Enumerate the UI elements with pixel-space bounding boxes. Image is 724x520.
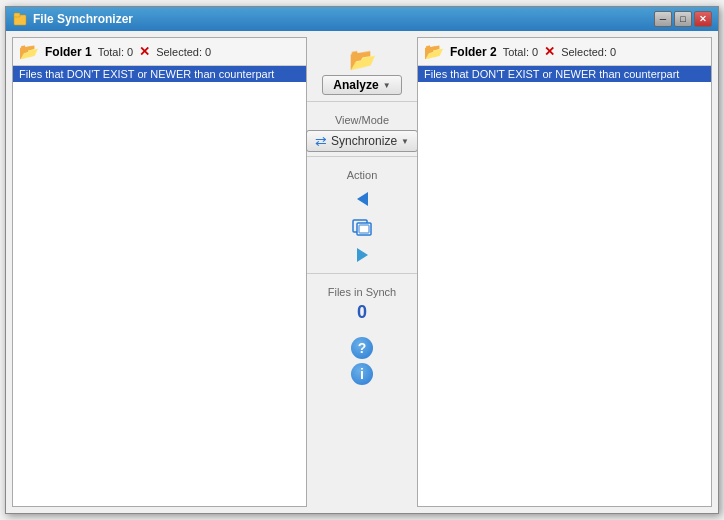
content-area: 📂 Folder 1 Total: 0 ✕ Selected: 0 Files … (6, 31, 718, 513)
right-folder-label[interactable]: Folder 2 (450, 45, 497, 59)
files-synch-label: Files in Synch (307, 286, 417, 298)
help-button[interactable]: ? (351, 337, 373, 359)
left-folder-label[interactable]: Folder 1 (45, 45, 92, 59)
analyze-button[interactable]: Analyze ▼ (322, 75, 401, 95)
left-selected-count: Selected: 0 (156, 46, 211, 58)
copy-left-button[interactable] (348, 187, 376, 211)
app-icon (12, 11, 28, 27)
right-filter-bar: Files that DON'T EXIST or NEWER than cou… (418, 66, 711, 82)
left-folder-icon: 📂 (19, 42, 39, 61)
left-panel: 📂 Folder 1 Total: 0 ✕ Selected: 0 Files … (12, 37, 307, 507)
copy-both-button[interactable] (348, 215, 376, 239)
synchronize-button[interactable]: ⇄ Synchronize ▼ (306, 130, 418, 152)
right-clear-button[interactable]: ✕ (544, 44, 555, 59)
view-mode-label: View/Mode (307, 114, 417, 126)
title-bar-left: File Synchronizer (12, 11, 133, 27)
right-panel: 📂 Folder 2 Total: 0 ✕ Selected: 0 Files … (417, 37, 712, 507)
svg-rect-1 (14, 13, 20, 17)
main-window: File Synchronizer ─ □ ✕ 📂 Folder 1 Total… (5, 6, 719, 514)
synchronize-icon: ⇄ (315, 133, 327, 149)
copy-right-button[interactable] (348, 243, 376, 267)
maximize-button[interactable]: □ (674, 11, 692, 27)
minimize-button[interactable]: ─ (654, 11, 672, 27)
window-title: File Synchronizer (33, 12, 133, 26)
title-controls: ─ □ ✕ (654, 11, 712, 27)
left-filter-bar: Files that DON'T EXIST or NEWER than cou… (13, 66, 306, 82)
right-folder-icon: 📂 (424, 42, 444, 61)
synchronize-dropdown-arrow: ▼ (401, 137, 409, 146)
arrow-right-icon (357, 248, 368, 262)
right-panel-body (418, 82, 711, 506)
help-icon: ? (358, 340, 367, 356)
right-selected-count: Selected: 0 (561, 46, 616, 58)
analyze-dropdown-arrow: ▼ (383, 81, 391, 90)
info-button[interactable]: i (351, 363, 373, 385)
center-panel: 📂 Analyze ▼ View/Mode ⇄ Synchronize ▼ Ac… (307, 37, 417, 507)
bottom-icons: ? i (351, 337, 373, 385)
action-section: Action (307, 157, 417, 274)
copy-both-icon (351, 218, 373, 236)
left-panel-body (13, 82, 306, 506)
files-synch-count: 0 (357, 302, 367, 323)
left-panel-header: 📂 Folder 1 Total: 0 ✕ Selected: 0 (13, 38, 306, 66)
arrow-left-icon (357, 192, 368, 206)
title-bar: File Synchronizer ─ □ ✕ (6, 7, 718, 31)
right-total-count: Total: 0 (503, 46, 538, 58)
synchronize-label: Synchronize (331, 134, 397, 148)
action-label: Action (307, 169, 417, 181)
analyze-label: Analyze (333, 78, 378, 92)
files-synch-section: Files in Synch 0 (307, 274, 417, 327)
right-panel-header: 📂 Folder 2 Total: 0 ✕ Selected: 0 (418, 38, 711, 66)
left-filter-text: Files that DON'T EXIST or NEWER than cou… (19, 68, 274, 80)
right-filter-text: Files that DON'T EXIST or NEWER than cou… (424, 68, 679, 80)
info-icon: i (360, 366, 364, 382)
analyze-folder-icon: 📂 (349, 47, 376, 73)
analyze-area: 📂 Analyze ▼ (307, 37, 417, 102)
close-button[interactable]: ✕ (694, 11, 712, 27)
left-total-count: Total: 0 (98, 46, 133, 58)
view-mode-section: View/Mode ⇄ Synchronize ▼ (307, 102, 417, 157)
left-clear-button[interactable]: ✕ (139, 44, 150, 59)
